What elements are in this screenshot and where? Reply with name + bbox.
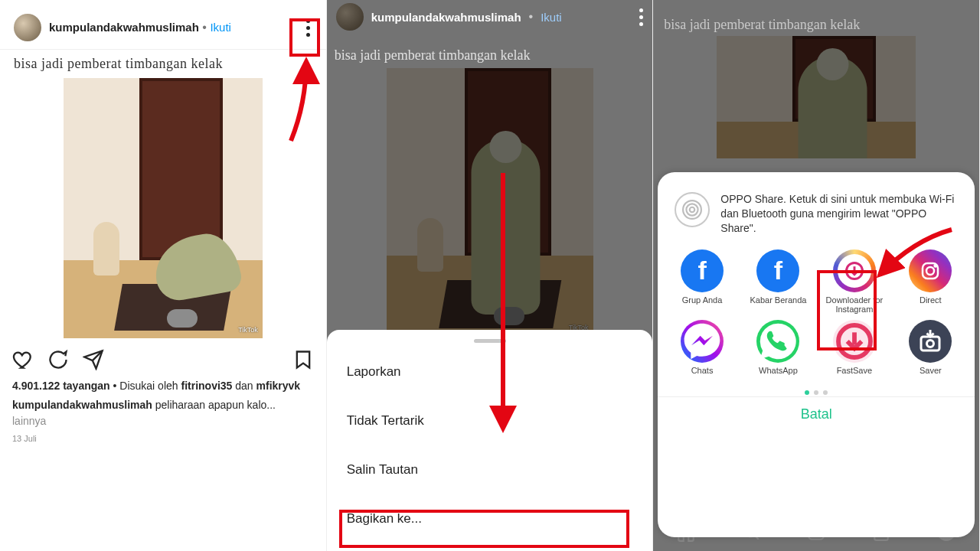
share-app-label: Downloader for Instagram bbox=[818, 295, 890, 315]
share-app-fb-group[interactable]: f Grup Anda bbox=[665, 249, 738, 315]
whatsapp-icon bbox=[756, 320, 799, 363]
share-app-saver[interactable]: Saver bbox=[894, 320, 967, 386]
video-thumbnail-dimmed: TikTok bbox=[387, 68, 593, 336]
share-app-label: Grup Anda bbox=[682, 295, 723, 315]
follow-link-dimmed: Ikuti bbox=[541, 11, 562, 24]
post-header: kumpulandakwahmuslimah • Ikuti bbox=[0, 0, 326, 50]
fastsave-icon bbox=[833, 320, 876, 363]
caption-more-link[interactable]: lainnya bbox=[12, 415, 46, 427]
post-caption[interactable]: kumpulandakwahmuslimah peliharaan apapun… bbox=[0, 396, 326, 431]
share-app-label: FastSave bbox=[837, 366, 872, 386]
like-icon[interactable] bbox=[12, 349, 34, 373]
share-app-label: Kabar Beranda bbox=[750, 295, 806, 315]
post-date: 13 Juli bbox=[0, 431, 326, 446]
menu-item-report[interactable]: Laporkan bbox=[327, 347, 653, 396]
cancel-button[interactable]: Batal bbox=[658, 396, 975, 425]
views-count[interactable]: 4.901.122 tayangan bbox=[12, 380, 110, 392]
instagram-icon bbox=[909, 249, 952, 292]
svg-point-3 bbox=[690, 207, 695, 213]
profile-avatar[interactable] bbox=[14, 14, 41, 41]
oppo-share-text: OPPO Share. Ketuk di sini untuk membuka … bbox=[720, 192, 958, 236]
facebook-icon: f bbox=[756, 249, 799, 292]
svg-point-12 bbox=[927, 340, 934, 347]
downloader-icon bbox=[833, 249, 876, 292]
saver-icon bbox=[909, 320, 952, 363]
oppo-share-row[interactable]: OPPO Share. Ketuk di sini untuk membuka … bbox=[658, 181, 975, 243]
panel-step-1: kumpulandakwahmuslimah • Ikuti bisa jadi… bbox=[0, 0, 327, 551]
more-options-button[interactable] bbox=[300, 19, 317, 37]
action-bar bbox=[0, 338, 326, 377]
share-app-direct[interactable]: Direct bbox=[894, 249, 967, 315]
options-bottom-sheet: Laporkan Tidak Tertarik Salin Tautan Bag… bbox=[327, 330, 653, 551]
share-app-fastsave[interactable]: FastSave bbox=[818, 320, 890, 386]
svg-rect-11 bbox=[921, 337, 939, 350]
facebook-icon: f bbox=[681, 249, 724, 292]
post-caption-overlay-dimmed: bisa jadi pemberat timbangan kelak bbox=[327, 34, 653, 67]
username-label-dimmed: kumpulandakwahmuslimah bbox=[371, 11, 521, 24]
svg-point-4 bbox=[687, 204, 698, 215]
messenger-icon bbox=[681, 320, 724, 363]
follow-link[interactable]: Ikuti bbox=[210, 21, 231, 34]
share-app-label: WhatsApp bbox=[759, 366, 798, 386]
menu-item-share-to[interactable]: Bagikan ke... bbox=[327, 494, 653, 543]
tiktok-watermark: TikTok bbox=[238, 326, 258, 334]
video-thumbnail[interactable]: TikTok bbox=[64, 78, 263, 338]
share-icon[interactable] bbox=[83, 349, 104, 373]
post-caption-overlay-dimmed-3: bisa jadi pemberat timbangan kelak bbox=[653, 0, 979, 36]
liked-by-text[interactable]: • Disukai oleh fitrinovi35 dan mfikryvk bbox=[113, 380, 301, 392]
post-meta: 4.901.122 tayangan • Disukai oleh fitrin… bbox=[0, 377, 326, 396]
menu-item-not-interested[interactable]: Tidak Tertarik bbox=[327, 396, 653, 445]
share-app-whatsapp[interactable]: WhatsApp bbox=[742, 320, 815, 386]
android-share-sheet: OPPO Share. Ketuk di sini untuk membuka … bbox=[658, 172, 975, 537]
svg-point-9 bbox=[935, 265, 937, 267]
share-app-grid: f Grup Anda f Kabar Beranda Downloader f… bbox=[658, 243, 975, 386]
share-app-fb-news[interactable]: f Kabar Beranda bbox=[742, 249, 815, 315]
sheet-drag-handle[interactable] bbox=[474, 339, 506, 343]
post-caption-overlay: bisa jadi pemberat timbangan kelak bbox=[0, 50, 326, 75]
panel-step-2: kumpulandakwahmuslimah • Ikuti bisa jadi… bbox=[327, 0, 654, 551]
save-icon[interactable] bbox=[292, 349, 314, 373]
share-app-chats[interactable]: Chats bbox=[665, 320, 738, 386]
separator-dot-dimmed: • bbox=[529, 10, 534, 24]
comment-icon[interactable] bbox=[47, 349, 69, 373]
svg-point-8 bbox=[926, 267, 934, 275]
page-indicator bbox=[658, 386, 975, 396]
video-thumbnail-dimmed-3 bbox=[717, 36, 916, 158]
share-app-ig-downloader[interactable]: Downloader for Instagram bbox=[818, 249, 890, 315]
post-header-dimmed: kumpulandakwahmuslimah • Ikuti bbox=[327, 0, 653, 34]
oppo-share-icon bbox=[675, 192, 710, 227]
profile-avatar-dimmed bbox=[336, 3, 364, 31]
share-app-label: Direct bbox=[920, 295, 942, 315]
username-label[interactable]: kumpulandakwahmuslimah bbox=[49, 21, 199, 34]
more-options-dimmed bbox=[639, 8, 643, 26]
share-app-label: Saver bbox=[920, 366, 942, 386]
menu-item-copy-link[interactable]: Salin Tautan bbox=[327, 445, 653, 494]
share-app-label: Chats bbox=[691, 366, 714, 386]
panel-step-3: bisa jadi pemberat timbangan kelak OPPO … bbox=[653, 0, 980, 551]
separator-dot: • bbox=[202, 21, 207, 34]
header-text: kumpulandakwahmuslimah • Ikuti bbox=[49, 21, 231, 34]
